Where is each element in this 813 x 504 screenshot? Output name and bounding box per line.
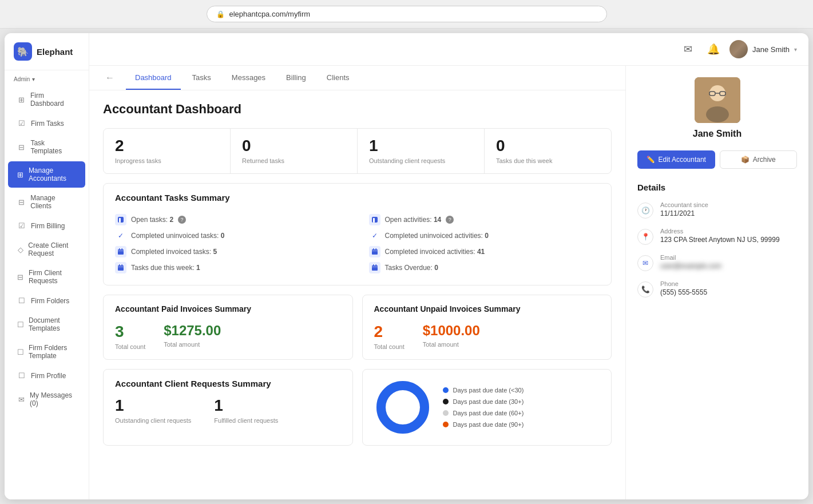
stat-returned: 0 Returned tasks [231,129,358,173]
browser-chrome: 🔒 elephantcpa.com/myfirm [0,0,813,29]
tasks-due-this-week-item: Tasks due this week: 1 [115,260,346,276]
stat-number: 0 [242,138,346,154]
sidebar-item-firm-profile[interactable]: ☐ Firm Profile [8,366,85,385]
notifications-icon-btn[interactable]: 🔔 [704,40,723,58]
sidebar-item-firm-dashboard[interactable]: ⊞ Firm Dashboard [8,86,85,113]
svg-rect-15 [372,251,378,252]
open-tasks-help-icon[interactable]: ? [178,216,186,224]
svg-rect-19 [372,267,378,268]
firm-profile-icon: ☐ [17,371,26,380]
stat-due-this-week: 0 Tasks due this week [485,129,611,173]
tasks-due-icon [115,262,126,273]
sidebar-item-manage-accountants[interactable]: ⊞ Manage Accountants [8,161,85,188]
detail-phone-content: Phone (555) 555-5555 [660,280,797,296]
unpaid-amount-group: $1000.00 Total amount [423,323,480,350]
stat-outstanding: 1 Outstanding client requests [358,129,485,173]
tasks-due-label: Tasks due this week: 1 [131,264,200,272]
sidebar-item-firm-client-requests[interactable]: ⊟ Firm Client Requests [8,264,85,290]
paid-invoices-stats: 3 Total count $1275.00 Total amount [115,323,341,350]
legend-label-30plus: Days past due date (30+) [453,398,524,405]
sidebar-label: Manage Accountants [29,166,76,182]
tab-billing[interactable]: Billing [277,66,315,90]
legend-dot-90plus [443,422,449,427]
outstanding-group: 1 Outstanding client requests [115,398,191,424]
sidebar-item-my-messages[interactable]: ✉ My Messages (0) [8,386,85,412]
unpaid-count-label: Total count [374,343,404,350]
create-client-icon: ◇ [17,245,23,254]
sidebar-item-task-templates[interactable]: ⊟ Task Templates [8,134,85,160]
tasks-overdue-icon [369,262,380,273]
user-info[interactable]: Jane Smith ▾ [729,40,797,58]
svg-rect-7 [119,264,120,267]
svg-rect-16 [372,265,378,271]
sidebar-item-firm-folders[interactable]: ☐ Firm Folders [8,291,85,310]
unpaid-invoices-title: Accountant Unpaid Invoices Summary [374,304,600,313]
svg-rect-12 [372,249,378,255]
stat-number: 1 [369,138,473,154]
svg-rect-2 [118,249,124,255]
legend-dot-30 [443,387,449,393]
val: 1 [196,264,200,272]
tasks-overdue-item: Tasks Overdue: 0 [369,260,600,276]
top-bar-icons: ✉ 🔔 Jane Smith ▾ [679,40,797,58]
sidebar-label: Manage Clients [30,194,76,210]
detail-address-value: 123 CPA Street Anytown NJ US, 99999 [660,236,797,244]
detail-address-content: Address 123 CPA Street Anytown NJ US, 99… [660,228,797,244]
client-requests-section: Accountant Client Requests Summary 1 Out… [103,369,353,446]
top-bar: ✉ 🔔 Jane Smith ▾ [89,33,808,66]
detail-address-label: Address [660,228,797,235]
svg-rect-9 [118,267,124,268]
open-activities-value: 14 [434,216,441,224]
completed-uninvoiced-activities-item: ✓ Completed uninvoiced activities: 0 [369,228,600,244]
tab-tasks[interactable]: Tasks [183,66,220,90]
action-buttons: ✏️ Edit Accountant 📦 Archive [637,150,797,169]
profile-avatar-image [695,77,740,123]
sidebar-item-firm-folders-template[interactable]: ☐ Firm Folders Template [8,339,85,365]
sidebar-item-firm-tasks[interactable]: ☑ Firm Tasks [8,114,85,133]
completed-uninvoiced-activities-label: Completed uninvoiced activities: 0 [385,232,489,240]
document-templates-icon: ☐ [17,320,24,329]
val: 0 [221,232,225,240]
tasks-summary-grid: Open tasks: 2 ? ✓ Completed uninvoiced t… [115,212,600,276]
admin-dropdown[interactable]: Admin ▾ [5,70,89,86]
address-bar[interactable]: 🔒 elephantcpa.com/myfirm [207,6,607,22]
open-tasks-icon [115,214,126,225]
detail-phone: 📞 Phone (555) 555-5555 [637,280,797,297]
edit-accountant-button[interactable]: ✏️ Edit Accountant [637,150,715,169]
email-icon: ✉ [637,255,653,271]
content-area: ← Dashboard Tasks Messages Billing Clien… [89,66,808,499]
tab-clients[interactable]: Clients [318,66,359,90]
right-panel: Jane Smith ✏️ Edit Accountant 📦 Archive … [625,66,808,499]
tab-dashboard[interactable]: Dashboard [126,66,181,90]
sidebar-item-manage-clients[interactable]: ⊟ Manage Clients [8,189,85,215]
val: 0 [434,264,438,272]
paid-invoices-title: Accountant Paid Invoices Summary [115,304,341,313]
archive-button-label: Archive [753,156,776,164]
back-button[interactable]: ← [101,66,119,90]
logo-icon: 🐘 [14,42,32,61]
messages-icon-btn[interactable]: ✉ [679,40,697,58]
sidebar-label: Firm Tasks [31,120,64,128]
invoice-summaries: Accountant Paid Invoices Summary 3 Total… [103,295,612,360]
sidebar-label: Create Client Request [28,241,76,257]
user-chevron-icon: ▾ [794,46,797,53]
archive-button[interactable]: 📦 Archive [720,150,798,169]
tab-messages[interactable]: Messages [223,66,275,90]
fulfilled-label: Fulfilled client requests [214,417,278,424]
edit-button-label: Edit Accountant [659,156,706,164]
legend-dot-60plus [443,410,449,416]
sidebar-item-firm-billing[interactable]: ☑ Firm Billing [8,216,85,235]
open-tasks-item: Open tasks: 2 ? [115,212,346,228]
open-activities-help-icon[interactable]: ? [446,216,454,224]
fulfilled-count: 1 [214,398,278,414]
paid-amount-label: Total amount [164,341,221,348]
detail-email: ✉ Email user@example.com [637,254,797,271]
completed-uninvoiced-icon: ✓ [115,230,126,241]
svg-point-21 [381,386,425,429]
page-title: Accountant Dashboard [103,102,612,117]
unpaid-count: 2 [374,323,404,341]
client-requests-stats: 1 Outstanding client requests 1 Fulfille… [115,398,341,424]
location-icon: 📍 [637,229,653,245]
sidebar-item-create-client-request[interactable]: ◇ Create Client Request [8,236,85,263]
sidebar-item-document-templates[interactable]: ☐ Document Templates [8,311,85,338]
